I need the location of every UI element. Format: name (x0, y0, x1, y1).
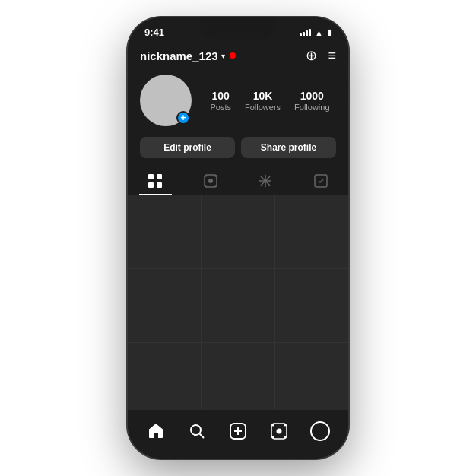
tab-reels[interactable] (183, 166, 239, 195)
username-text: nickname_123 (140, 49, 218, 62)
search-icon (188, 422, 206, 440)
svg-point-7 (214, 175, 216, 176)
svg-point-23 (284, 424, 287, 427)
content-tabs (128, 166, 348, 195)
grid-cell-7[interactable] (128, 343, 201, 409)
profile-section: + 100 Posts 10K Followers 1000 (128, 68, 348, 134)
nav-home[interactable] (142, 417, 170, 445)
svg-line-16 (200, 434, 205, 439)
bottom-nav (128, 409, 348, 459)
app-content: nickname_123 ▾ ⊕ ≡ + (128, 41, 348, 459)
followers-label: Followers (245, 103, 281, 112)
signal-icon (300, 29, 311, 36)
svg-point-22 (272, 424, 274, 427)
tab-tagged[interactable] (294, 166, 349, 195)
nav-profile[interactable] (306, 417, 334, 445)
phone-frame: 9:41 ▲ ▮ nickname_123 (128, 17, 348, 459)
avatar-add-button[interactable]: + (176, 111, 190, 125)
tagged-icon (313, 173, 328, 189)
svg-point-15 (191, 425, 201, 435)
home-icon (147, 422, 165, 440)
chevron-down-icon[interactable]: ▾ (221, 52, 225, 60)
screen: 9:41 ▲ ▮ nickname_123 (128, 17, 348, 459)
scene: 9:41 ▲ ▮ nickname_123 (0, 0, 476, 476)
grid-cell-8[interactable] (202, 343, 274, 409)
grid-cell-5[interactable] (202, 269, 274, 342)
notification-dot (230, 52, 236, 59)
avatar-container: + (140, 75, 192, 126)
followers-stat[interactable]: 10K Followers (245, 90, 281, 112)
grid-cell-3[interactable] (275, 195, 348, 268)
svg-rect-1 (157, 174, 162, 179)
svg-point-5 (208, 179, 213, 183)
svg-point-21 (277, 429, 282, 434)
profile-buttons: Edit profile Share profile (128, 134, 348, 166)
grid-icon (148, 173, 163, 189)
battery-icon: ▮ (327, 27, 332, 37)
grid-cell-6[interactable] (275, 269, 348, 342)
following-stat[interactable]: 1000 Following (294, 90, 329, 112)
tab-collab[interactable] (238, 166, 294, 195)
grid-cell-2[interactable] (202, 195, 274, 268)
collab-icon (258, 173, 273, 189)
reels-icon (203, 173, 218, 189)
grid-cell-4[interactable] (128, 269, 201, 342)
add-icon (229, 422, 247, 440)
svg-point-9 (214, 185, 216, 186)
profile-circle-icon (310, 421, 330, 441)
username-row: nickname_123 ▾ (140, 49, 236, 62)
nav-reels[interactable] (265, 417, 293, 445)
svg-point-8 (205, 185, 206, 186)
following-label: Following (294, 103, 329, 112)
tab-grid[interactable] (128, 166, 183, 195)
share-profile-button[interactable]: Share profile (241, 137, 336, 158)
following-count: 1000 (300, 90, 324, 102)
posts-label: Posts (210, 103, 231, 112)
posts-stat[interactable]: 100 Posts (210, 90, 231, 112)
nav-search[interactable] (183, 417, 211, 445)
edit-profile-button[interactable]: Edit profile (140, 137, 235, 158)
posts-count: 100 (212, 90, 230, 102)
svg-rect-0 (148, 174, 154, 179)
svg-rect-2 (148, 182, 154, 188)
svg-point-25 (284, 436, 287, 439)
menu-icon[interactable]: ≡ (328, 48, 336, 64)
header-actions: ⊕ ≡ (306, 47, 336, 64)
nav-add[interactable] (224, 417, 252, 445)
svg-point-24 (272, 436, 274, 439)
status-time: 9:41 (144, 27, 164, 38)
followers-count: 10K (253, 90, 273, 102)
add-post-icon[interactable]: ⊕ (306, 47, 317, 64)
app-header: nickname_123 ▾ ⊕ ≡ (128, 41, 348, 68)
svg-rect-3 (157, 182, 162, 188)
content-grid (128, 195, 348, 409)
stats-row: 100 Posts 10K Followers 1000 Following (204, 90, 336, 112)
notch (200, 17, 276, 39)
svg-point-6 (205, 175, 206, 176)
reels-nav-icon (270, 422, 288, 440)
wifi-icon: ▲ (315, 28, 323, 37)
grid-cell-9[interactable] (275, 343, 348, 409)
status-icons: ▲ ▮ (300, 27, 332, 37)
grid-cell-1[interactable] (128, 195, 201, 268)
